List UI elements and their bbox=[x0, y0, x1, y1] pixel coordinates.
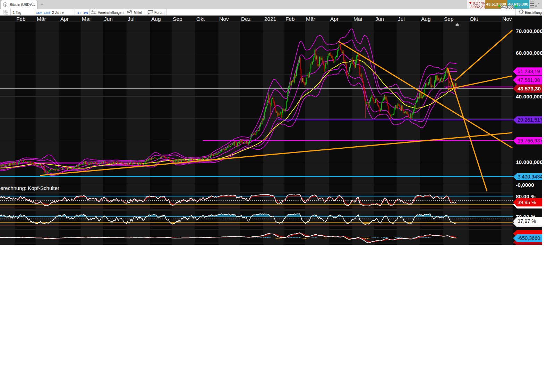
svg-text:Nov: Nov bbox=[502, 16, 512, 22]
svg-text:Okt: Okt bbox=[196, 16, 205, 22]
svg-text:Mär: Mär bbox=[306, 16, 315, 22]
svg-text:43.573,30: 43.573,30 bbox=[518, 86, 541, 92]
svg-text:19.766,937: 19.766,937 bbox=[518, 138, 542, 143]
svg-text:Jun: Jun bbox=[104, 16, 113, 22]
svg-text:70.000,000: 70.000,000 bbox=[516, 28, 542, 34]
svg-text:3.400,9434: 3.400,9434 bbox=[518, 174, 542, 180]
svg-text:29.261,517: 29.261,517 bbox=[518, 117, 542, 123]
svg-text:-0,0000: -0,0000 bbox=[516, 182, 534, 188]
svg-text:Aug: Aug bbox=[151, 16, 161, 22]
svg-text:Aug: Aug bbox=[421, 16, 431, 22]
svg-text:47.561,98: 47.561,98 bbox=[518, 77, 540, 83]
svg-text:-650,3660: -650,3660 bbox=[518, 235, 540, 241]
svg-text:Feb: Feb bbox=[285, 16, 295, 22]
svg-text:40.000,000: 40.000,000 bbox=[516, 94, 542, 99]
svg-text:Mai: Mai bbox=[82, 16, 91, 22]
svg-text:60.000,000: 60.000,000 bbox=[516, 50, 542, 56]
svg-text:Dez: Dez bbox=[241, 16, 251, 22]
svg-text:39,95 %: 39,95 % bbox=[518, 200, 536, 205]
svg-text:37,97 %: 37,97 % bbox=[518, 218, 536, 224]
svg-text:Apr: Apr bbox=[330, 16, 339, 22]
svg-text:Sep: Sep bbox=[173, 16, 182, 22]
svg-text:51.233,19: 51.233,19 bbox=[518, 69, 540, 74]
svg-text:Feb: Feb bbox=[16, 16, 26, 22]
svg-text:Mär: Mär bbox=[37, 16, 46, 22]
svg-text:Okt: Okt bbox=[470, 16, 478, 22]
svg-text:Jul: Jul bbox=[398, 16, 405, 22]
svg-text:Jun: Jun bbox=[375, 16, 384, 22]
svg-text:Apr: Apr bbox=[60, 16, 69, 22]
svg-text:Sep: Sep bbox=[444, 16, 454, 22]
svg-text:Berechnung: Kopf-Schulter: Berechnung: Kopf-Schulter bbox=[0, 185, 59, 191]
svg-text:2021: 2021 bbox=[264, 16, 276, 22]
svg-text:Jul: Jul bbox=[128, 16, 135, 22]
svg-text:Mai: Mai bbox=[353, 16, 362, 22]
svg-text:10.000,000: 10.000,000 bbox=[516, 159, 542, 165]
svg-text:Nov: Nov bbox=[219, 16, 229, 22]
